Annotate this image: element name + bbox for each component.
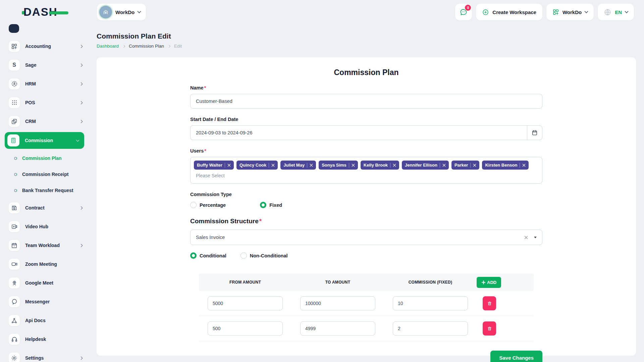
breadcrumb-commission-plan[interactable]: Commission Plan: [129, 44, 164, 49]
messages-button[interactable]: 0: [455, 4, 472, 20]
chat-bubble-icon: [11, 298, 18, 305]
floppy-disk-icon: [11, 205, 17, 211]
from-amount-input[interactable]: [208, 296, 283, 310]
table-header-row: FROM AMOUNT TO AMOUNT COMMISSION (FIXED)…: [199, 274, 534, 291]
bullet-ring-icon: [14, 157, 17, 160]
radio-checked-icon: [260, 202, 266, 208]
sidebar-item-helpdesk[interactable]: Helpdesk: [0, 330, 89, 349]
delete-row-button[interactable]: [483, 321, 496, 336]
user-tag: Quincy Cook: [236, 161, 278, 170]
sidebar: Accounting S Sage HRM POS CRM Commission…: [0, 24, 89, 362]
sidebar-item-hrm[interactable]: HRM: [0, 74, 89, 93]
sidebar-item-commission[interactable]: Commission: [5, 132, 84, 149]
remove-tag-icon[interactable]: [522, 164, 526, 167]
commission-input[interactable]: [393, 296, 468, 310]
sidebar-item-messenger[interactable]: Messenger: [0, 292, 89, 311]
commission-type-label: Commission Type: [190, 192, 542, 197]
radio-percentage[interactable]: Percentage: [190, 202, 226, 208]
delete-row-button[interactable]: [483, 296, 496, 310]
chevron-right-icon: [122, 45, 125, 47]
chevron-right-icon: [79, 63, 83, 67]
required-asterisk: *: [204, 85, 206, 90]
sidebar-item-settings[interactable]: Settings: [0, 349, 89, 362]
headphones-icon: [11, 336, 18, 343]
language-selector[interactable]: EN: [598, 4, 634, 20]
workspace-avatar: [99, 6, 112, 18]
radio-fixed[interactable]: Fixed: [260, 202, 282, 208]
to-amount-input[interactable]: [300, 321, 375, 336]
save-changes-button[interactable]: Save Changes: [490, 351, 542, 362]
remove-tag-icon[interactable]: [271, 164, 275, 167]
name-input[interactable]: [190, 94, 542, 109]
remove-tag-icon[interactable]: [227, 164, 231, 167]
sidebar-item-sage[interactable]: S Sage: [0, 56, 89, 74]
calculator-icon: [10, 137, 17, 144]
sidebar-item-contract[interactable]: Contract: [0, 198, 89, 217]
user-tag: Juliet May: [280, 161, 316, 170]
remove-tag-icon[interactable]: [352, 164, 355, 167]
remove-tag-icon[interactable]: [473, 164, 476, 167]
radio-non-conditional[interactable]: Non-Conditional: [240, 252, 288, 259]
table-row: [199, 316, 534, 341]
table-row: [199, 291, 534, 316]
clear-selection-icon[interactable]: [524, 236, 528, 239]
calendar-button[interactable]: [527, 125, 542, 140]
sidebar-subitem-bank-transfer-request[interactable]: Bank Transfer Request: [0, 182, 89, 198]
globe-icon: [604, 8, 611, 16]
chevron-right-icon: [79, 82, 83, 85]
from-amount-input[interactable]: [208, 321, 283, 336]
create-workspace-button[interactable]: Create Workspace: [476, 4, 542, 20]
page-title: Commission Plan Edit: [97, 32, 636, 40]
commission-structure-label: Commission Structure*: [190, 218, 542, 225]
language-code: EN: [615, 9, 622, 15]
video-plus-icon: [11, 223, 18, 230]
commission-input[interactable]: [393, 321, 468, 336]
sidebar-item-google-meet[interactable]: Google Meet: [0, 274, 89, 292]
remove-tag-icon[interactable]: [442, 164, 446, 167]
date-range-input[interactable]: [190, 125, 527, 140]
sidebar-item-zoom-meeting[interactable]: Zoom Meeting: [0, 255, 89, 274]
breadcrumb: Dashboard Commission Plan Edit: [97, 44, 636, 49]
apps-menu-button[interactable]: WorkDo: [546, 4, 594, 20]
users-multiselect[interactable]: Buffy Walter Quincy Cook Juliet May Sony…: [190, 157, 542, 184]
sidebar-item-video-hub[interactable]: Video Hub: [0, 217, 89, 236]
calendar-icon: [11, 242, 17, 249]
users-search-input[interactable]: [194, 173, 294, 178]
grid-plus-icon: [11, 43, 17, 50]
to-amount-input[interactable]: [300, 296, 375, 310]
user-tag: Kirsten Benson: [482, 161, 529, 170]
radio-unchecked-icon: [190, 202, 197, 208]
sidebar-item-crm[interactable]: CRM: [0, 112, 89, 131]
trash-icon: [487, 326, 492, 331]
workspace-switcher[interactable]: WorkDo: [97, 4, 146, 20]
remove-tag-icon[interactable]: [310, 164, 313, 167]
add-row-button[interactable]: ADD: [477, 277, 501, 288]
breadcrumb-dashboard-link[interactable]: Dashboard: [97, 44, 119, 49]
sidebar-item-api-docs[interactable]: Api Docs: [0, 311, 89, 330]
bullet-ring-icon: [14, 173, 17, 176]
commission-tiers-table: FROM AMOUNT TO AMOUNT COMMISSION (FIXED)…: [199, 274, 534, 341]
remove-tag-icon[interactable]: [393, 164, 396, 167]
sidebar-subitem-commission-plan[interactable]: Commission Plan: [0, 150, 89, 166]
workspace-name: WorkDo: [115, 9, 135, 15]
chevron-right-icon: [79, 356, 83, 360]
sidebar-item-accounting[interactable]: Accounting: [0, 37, 89, 56]
sidebar-subitem-commission-receipt[interactable]: Commission Receipt: [0, 166, 89, 182]
bullet-ring-icon: [14, 189, 17, 192]
building-icon: [102, 9, 109, 15]
structure-select[interactable]: Sales Invoice: [190, 230, 542, 245]
chevron-right-icon: [79, 120, 83, 123]
grid-plus-icon: [552, 9, 559, 15]
unread-count-badge: 0: [465, 5, 471, 11]
calendar-icon: [531, 129, 538, 136]
dash-logo[interactable]: DASH: [22, 6, 89, 18]
commission-plan-form: Name* Start Date / End Date Users*: [190, 85, 542, 362]
column-header-from-amount: FROM AMOUNT: [199, 280, 291, 285]
sidebar-item-team-workload[interactable]: Team Workload: [0, 236, 89, 255]
chevron-down-icon: [584, 9, 588, 13]
user-tag: Sonya Sims: [319, 161, 358, 170]
caret-down-icon: [534, 237, 537, 238]
topbar: DASH WorkDo 0 Create Workspace WorkDo EN: [0, 0, 644, 24]
radio-conditional[interactable]: Conditional: [190, 252, 226, 259]
sidebar-item-pos[interactable]: POS: [0, 93, 89, 112]
